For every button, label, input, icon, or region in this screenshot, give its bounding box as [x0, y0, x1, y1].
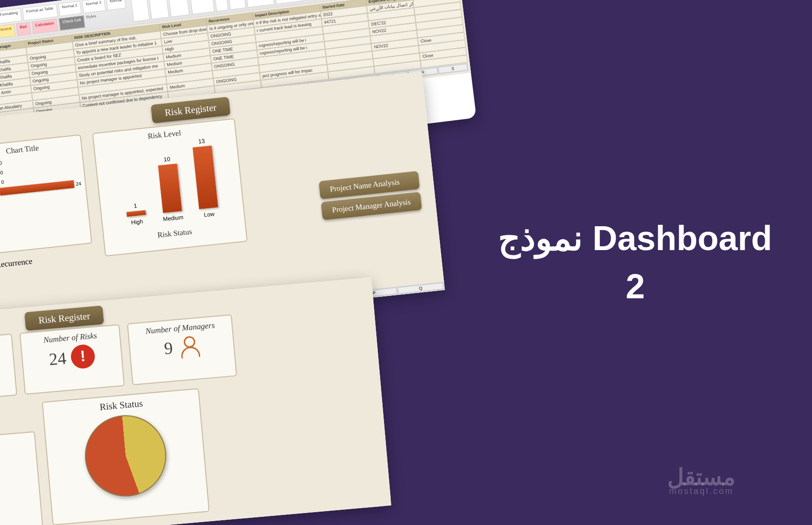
style-bad[interactable]: Bad: [16, 22, 31, 36]
num-risks-value: 24: [48, 348, 67, 369]
clear-button[interactable]: Clear: [227, 0, 246, 10]
screenshot-stack: Conditional Formatting Format as Table N…: [0, 0, 478, 525]
style-normal[interactable]: Normal: [106, 0, 127, 10]
autosum-button[interactable]: AutoSum: [189, 0, 215, 14]
title-line-2: 2: [498, 262, 772, 311]
alert-icon: [70, 344, 96, 369]
risk-status-pie-card: Risk Status: [42, 388, 209, 525]
insert-button[interactable]: Insert: [130, 0, 150, 22]
recurrence-label: Recurrence: [0, 257, 33, 270]
hbar-value: 24: [75, 180, 81, 186]
hbar-value: 0: [0, 160, 2, 166]
projects-at-risk-card: jects at Risk: [0, 334, 17, 402]
page-title: نموذج Dashboard 2: [498, 214, 772, 311]
format-table-button[interactable]: Format as Table: [22, 4, 58, 21]
analysis-buttons: Project Name Analysis Project Manager An…: [318, 168, 422, 223]
dashboard-bottom: Risk Register jects at Risk Number of Ri…: [0, 277, 391, 525]
sort-filter-button[interactable]: Sort & Filter: [245, 0, 275, 8]
hbar-value: 0: [0, 169, 3, 175]
vbar: 10Medium: [158, 164, 182, 213]
vbar-category: Low: [198, 210, 221, 219]
style-neutral[interactable]: Neutral: [0, 24, 16, 39]
right-title-panel: نموذج Dashboard 2 مستقل mostaql.com: [459, 0, 812, 525]
style-checkcell[interactable]: Check Cell: [59, 15, 85, 31]
watermark: مستقل mostaql.com: [667, 463, 736, 496]
chart-recurrence: Chart Title Off Track0On Hold0One Time0O…: [0, 134, 92, 256]
vbar-category: Medium: [161, 214, 185, 223]
pie-chart: [82, 412, 170, 500]
risk-status-title-2: Risk Status: [47, 393, 195, 417]
style-normal2[interactable]: Normal 2: [58, 1, 82, 16]
title-line-1: نموذج Dashboard: [498, 214, 772, 262]
projects-at-risk-label: jects at Risk: [0, 339, 8, 355]
ribbon-cells: Insert Delete Format: [130, 0, 190, 22]
find-select-button[interactable]: Find & Select: [273, 0, 305, 4]
num-mgr-value: 9: [163, 338, 174, 358]
chart-risk-level: Risk Level 1High10Medium13Low Risk Statu…: [92, 118, 248, 257]
hbar-value: 0: [1, 179, 4, 185]
style-calculation[interactable]: Calculation: [32, 19, 58, 34]
format-button[interactable]: Format: [168, 0, 190, 17]
vbar: 13Low: [192, 146, 218, 209]
style-normal3[interactable]: Normal 3: [82, 0, 106, 13]
group-styles: Styles: [85, 14, 97, 28]
vbar-value: 1: [126, 201, 145, 210]
number-of-managers-card: Number of Managers 9: [127, 315, 237, 386]
person-icon: [177, 335, 201, 358]
fill-button[interactable]: Fill: [214, 0, 228, 11]
vbar-category: High: [125, 218, 149, 227]
vbar: 1High: [127, 210, 146, 217]
watermark-en: mostaql.com: [667, 486, 736, 496]
delete-button[interactable]: Delete: [148, 0, 169, 20]
vbar-value: 10: [157, 155, 177, 164]
number-of-risks-card: Number of Risks 24: [20, 324, 125, 395]
project-status-bar-card: 24: [0, 431, 43, 525]
column-header[interactable]: Q: [397, 283, 444, 294]
vbar-value: 13: [192, 137, 211, 146]
